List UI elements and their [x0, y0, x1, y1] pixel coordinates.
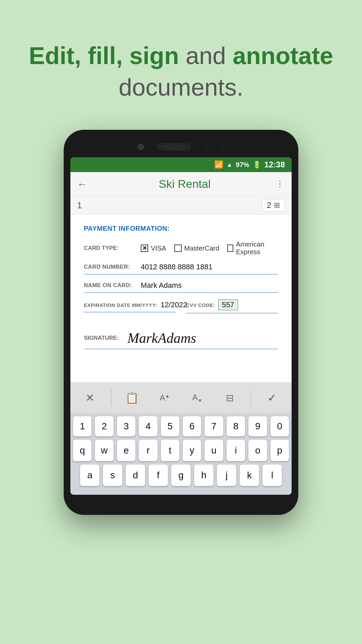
- key-t[interactable]: t: [161, 440, 179, 461]
- speaker-grille: [157, 143, 191, 151]
- back-button[interactable]: ←: [77, 178, 87, 190]
- card-number-row: CARD NUMBER: 4012 8888 8888 1881: [84, 263, 278, 274]
- grid-icon: ⊞: [274, 201, 280, 210]
- total-pages: 2: [267, 201, 271, 210]
- key-d[interactable]: d: [126, 465, 145, 486]
- expiry-cvv-row: EXPIRATION DATE mm/yyyy: 12/2022 CVV COD…: [84, 300, 278, 313]
- key-q[interactable]: q: [73, 440, 92, 461]
- key-f[interactable]: f: [148, 465, 168, 486]
- card-number-value[interactable]: 4012 8888 8888 1881: [141, 263, 278, 271]
- key-e[interactable]: e: [117, 440, 135, 461]
- signature-row: SIGNATURE: MarkAdams: [84, 330, 278, 349]
- document-content: PAYMENT INFORMATION: CARD TYPE: VISA Mas…: [70, 215, 292, 382]
- wifi-icon: 📶: [214, 160, 223, 169]
- expiry-label: EXPIRATION DATE mm/yyyy:: [84, 302, 157, 308]
- key-s[interactable]: s: [103, 465, 122, 486]
- key-4[interactable]: 4: [139, 416, 157, 436]
- app-title: Ski Rental: [94, 177, 276, 191]
- key-r[interactable]: r: [139, 440, 157, 461]
- amex-option[interactable]: American Express: [227, 240, 278, 256]
- settings-button[interactable]: ⊟: [218, 392, 242, 404]
- mastercard-label: MasterCard: [184, 245, 219, 252]
- key-i[interactable]: i: [227, 440, 245, 461]
- keyboard-row2: a s d f g h j k l: [73, 465, 289, 486]
- toolbar-divider1: [111, 389, 111, 406]
- tagline-bold1: Edit, fill, sign: [29, 42, 179, 69]
- page-indicator[interactable]: 2 ⊞: [262, 199, 285, 212]
- amex-checkbox[interactable]: [227, 245, 233, 252]
- mastercard-option[interactable]: MasterCard: [174, 245, 219, 252]
- close-button[interactable]: ✕: [78, 391, 102, 404]
- key-7[interactable]: 7: [204, 416, 223, 436]
- amex-label: American Express: [236, 240, 278, 256]
- current-page: 1: [77, 200, 82, 211]
- name-label: NAME ON CARD:: [84, 282, 141, 289]
- expiry-part: EXPIRATION DATE mm/yyyy: 12/2022: [84, 301, 176, 312]
- cvv-label: CVV CODE:: [186, 302, 215, 308]
- tagline-section: Edit, fill, sign and annotate documents.: [0, 0, 362, 130]
- key-9[interactable]: 9: [248, 416, 267, 436]
- name-value[interactable]: Mark Adams: [141, 281, 278, 290]
- keyboard-numbers-row: 1 2 3 4 5 6 7 8 9 0: [73, 416, 289, 436]
- key-g[interactable]: g: [171, 465, 191, 486]
- key-l[interactable]: l: [262, 465, 282, 486]
- card-type-row: CARD TYPE: VISA MasterCard American Expr…: [84, 240, 278, 256]
- card-type-label: CARD TYPE:: [84, 245, 141, 252]
- card-options: VISA MasterCard American Express: [141, 240, 278, 256]
- signature-value[interactable]: MarkAdams: [127, 330, 278, 346]
- visa-option[interactable]: VISA: [141, 245, 166, 252]
- bottom-toolbar: ✕ 📋 A▲ A▼ ⊟ ✓: [70, 382, 292, 413]
- cvv-part: CVV CODE: 557: [186, 300, 278, 313]
- pagination-bar: 1 2 ⊞: [70, 196, 292, 215]
- key-5[interactable]: 5: [161, 416, 179, 436]
- battery-icon: 🔋: [253, 161, 261, 169]
- mastercard-checkbox[interactable]: [174, 245, 182, 252]
- key-y[interactable]: y: [183, 440, 201, 461]
- key-3[interactable]: 3: [117, 416, 135, 436]
- key-6[interactable]: 6: [183, 416, 201, 436]
- more-button[interactable]: ⋮: [276, 179, 285, 189]
- tagline-and: and: [179, 42, 233, 69]
- battery-percent: 97%: [236, 161, 249, 169]
- phone-frame: 📶 ▲ 97% 🔋 12:38 ← Ski Rental ⋮ 1 2 ⊞ PAY…: [64, 130, 298, 515]
- front-camera: [138, 144, 144, 150]
- key-a[interactable]: a: [80, 465, 100, 486]
- paste-button[interactable]: 📋: [120, 391, 144, 404]
- tagline-bold2: annotate: [233, 42, 333, 69]
- font-up-button[interactable]: A▲: [153, 393, 176, 402]
- key-o[interactable]: o: [248, 440, 267, 461]
- key-k[interactable]: k: [240, 465, 259, 486]
- tagline-line2: documents.: [20, 72, 342, 103]
- card-number-label: CARD NUMBER:: [84, 264, 141, 270]
- signature-label: SIGNATURE:: [84, 335, 127, 341]
- phone-bottom-bar: [70, 495, 292, 505]
- key-8[interactable]: 8: [227, 416, 245, 436]
- confirm-button[interactable]: ✓: [260, 391, 284, 404]
- visa-checkbox[interactable]: [141, 245, 148, 252]
- status-icons: 📶 ▲ 97% 🔋 12:38: [214, 160, 285, 169]
- phone-top-hardware: [70, 140, 292, 157]
- section-title: PAYMENT INFORMATION:: [84, 225, 278, 232]
- key-u[interactable]: u: [204, 440, 223, 461]
- app-bar: ← Ski Rental ⋮: [70, 172, 292, 196]
- expiry-value[interactable]: 12/2022: [161, 301, 187, 309]
- sensor: [204, 145, 207, 149]
- key-2[interactable]: 2: [95, 416, 113, 436]
- key-j[interactable]: j: [217, 465, 236, 486]
- phone-screen: 📶 ▲ 97% 🔋 12:38 ← Ski Rental ⋮ 1 2 ⊞ PAY…: [70, 157, 292, 495]
- cvv-value[interactable]: 557: [218, 300, 238, 310]
- toolbar-divider2: [251, 389, 251, 406]
- font-down-button[interactable]: A▼: [186, 393, 209, 403]
- key-0[interactable]: 0: [270, 416, 289, 436]
- key-1[interactable]: 1: [73, 416, 92, 436]
- name-row: NAME ON CARD: Mark Adams: [84, 281, 278, 293]
- visa-label: VISA: [151, 245, 166, 252]
- keyboard-row1: q w e r t y u i o p: [73, 440, 289, 461]
- clock: 12:38: [264, 160, 285, 169]
- signal-icon: ▲: [227, 161, 233, 168]
- key-h[interactable]: h: [194, 465, 214, 486]
- key-p[interactable]: p: [270, 440, 289, 461]
- keyboard: 1 2 3 4 5 6 7 8 9 0 q w e r t y u i: [70, 413, 292, 495]
- sensor2: [221, 145, 224, 149]
- key-w[interactable]: w: [95, 440, 113, 461]
